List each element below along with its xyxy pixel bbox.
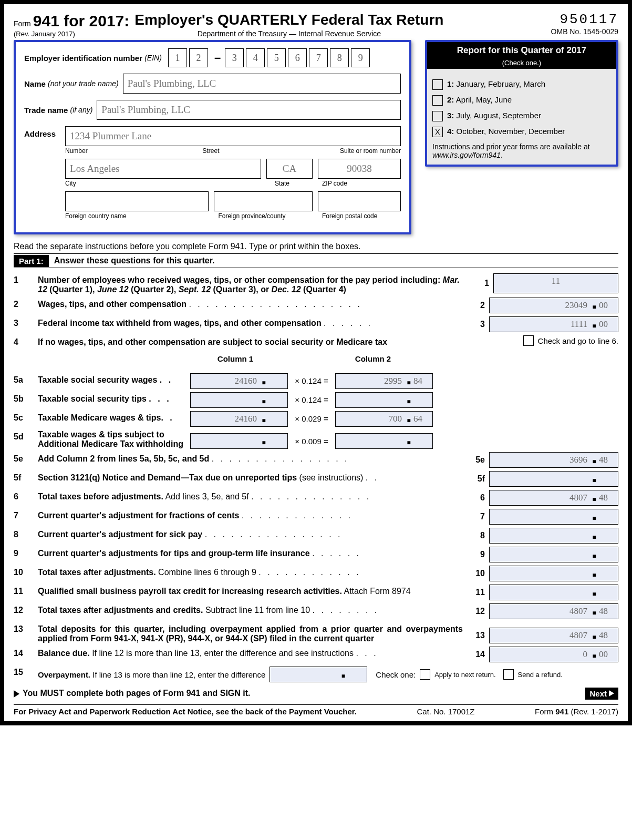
line-3: 3 Federal income tax withheld from wages… xyxy=(14,316,618,332)
quarter-option-3[interactable]: 3: July, August, September xyxy=(432,111,611,121)
quarter-option-2[interactable]: 2: April, May, June xyxy=(432,95,611,106)
line7-amount[interactable]: ■ xyxy=(489,509,618,525)
foreign-province-input[interactable] xyxy=(214,191,313,211)
employer-info-box: Employer identification number (EIN) 1 2… xyxy=(14,40,411,234)
line9-amount[interactable]: ■ xyxy=(489,547,618,562)
line5f-amount[interactable]: ■ xyxy=(489,471,618,487)
line-7: 7 Current quarter's adjustment for fract… xyxy=(14,509,618,525)
send-refund-checkbox[interactable] xyxy=(503,669,514,680)
line-14: 14 Balance due. If line 12 is more than … xyxy=(14,647,618,662)
line5a-col2[interactable]: 2995■84 xyxy=(335,373,433,389)
zip-label: ZIP code xyxy=(322,180,401,187)
trade-input[interactable]: Paul's Plumbing, LLC xyxy=(97,100,401,120)
line8-amount[interactable]: ■ xyxy=(489,528,618,544)
form-code: 950117 xyxy=(551,12,618,27)
ein-digit-2[interactable]: 2 xyxy=(189,48,208,67)
line5e-amount[interactable]: 3696■48 xyxy=(489,452,618,468)
trade-label: Trade name xyxy=(24,106,68,115)
name-input[interactable]: Paul's Plumbing, LLC xyxy=(123,74,401,94)
part1-title: Answer these questions for this quarter. xyxy=(54,256,215,265)
ein-digit-9[interactable]: 9 xyxy=(351,48,370,67)
ein-digit-3[interactable]: 3 xyxy=(225,48,244,67)
quarter-option-4[interactable]: X4: October, November, December xyxy=(432,127,611,137)
column2-header: Column 2 xyxy=(328,354,418,363)
line-12: 12 Total taxes after adjustments and cre… xyxy=(14,603,618,619)
ein-digit-4[interactable]: 4 xyxy=(246,48,265,67)
zip-input[interactable]: 90038 xyxy=(318,159,401,179)
ein-digit-5[interactable]: 5 xyxy=(267,48,286,67)
quarter-subtitle: (Check one.) xyxy=(427,59,616,69)
line5a-col1[interactable]: 24160■ xyxy=(190,373,288,389)
trade-sublabel: (if any) xyxy=(70,106,93,114)
line10-amount[interactable]: ■ xyxy=(489,566,618,581)
apply-next-checkbox[interactable] xyxy=(420,669,430,680)
arrow-right-icon xyxy=(609,690,614,696)
ein-digit-1[interactable]: 1 xyxy=(168,48,187,67)
line-1: 1 Number of employees who received wages… xyxy=(14,273,618,294)
state-label: State xyxy=(275,180,317,187)
footer-left: For Privacy Act and Paperwork Reduction … xyxy=(14,707,357,716)
form-header: Form 941 for 2017: (Rev. January 2017) E… xyxy=(14,12,618,38)
line11-amount[interactable]: ■ xyxy=(489,585,618,600)
line2-amount[interactable]: 23049■00 xyxy=(489,298,618,313)
footer-cat: Cat. No. 17001Z xyxy=(417,707,474,716)
line5d-col1[interactable]: ■ xyxy=(190,433,288,449)
line5c-col1[interactable]: 24160■ xyxy=(190,411,288,427)
line13-amount[interactable]: 4807■48 xyxy=(489,628,618,643)
street-num-label: Number xyxy=(65,147,197,155)
ein-digit-7[interactable]: 7 xyxy=(309,48,328,67)
line-2: 2 Wages, tips, and other compensation . … xyxy=(14,298,618,313)
quarter-box: Report for this Quarter of 2017 (Check o… xyxy=(425,40,618,167)
page-footer: For Privacy Act and Paperwork Reduction … xyxy=(14,704,618,716)
line5b-col1[interactable]: ■ xyxy=(190,392,288,408)
checkbox-icon[interactable] xyxy=(432,95,443,106)
line6-amount[interactable]: 4807■48 xyxy=(489,490,618,506)
ein-digit-6[interactable]: 6 xyxy=(288,48,307,67)
footer-right: Form 941 (Rev. 1-2017) xyxy=(535,707,618,716)
ein-abbr: (EIN) xyxy=(144,54,162,62)
line14-amount[interactable]: 0■00 xyxy=(489,647,618,662)
line5d-col2[interactable]: ■ xyxy=(335,433,433,449)
quarter-option-1[interactable]: 1: January, February, March xyxy=(432,79,611,90)
line-5b: 5b Taxable social security tips . . . ■ … xyxy=(14,392,618,408)
foreign-postal-input[interactable] xyxy=(318,191,401,211)
line15-amount[interactable]: ■ xyxy=(270,667,367,682)
line3-amount[interactable]: 1111■00 xyxy=(489,316,618,332)
foreign-country-input[interactable] xyxy=(65,191,209,211)
suite-label: Suite or room number xyxy=(340,147,401,155)
line-13: 13 Total deposits for this quarter, incl… xyxy=(14,622,618,643)
triangle-icon xyxy=(14,690,19,698)
quarter-note: Instructions and prior year forms are av… xyxy=(432,142,611,159)
fz-label: Foreign postal code xyxy=(322,212,401,220)
line-5d: 5d Taxable wages & tips subject toAdditi… xyxy=(14,430,618,449)
line-6: 6 Total taxes before adjustments. Add li… xyxy=(14,490,618,506)
checkbox-icon[interactable]: X xyxy=(432,127,443,137)
line5c-col2[interactable]: 700■64 xyxy=(335,411,433,427)
state-input[interactable]: CA xyxy=(266,159,313,179)
form-word: Form xyxy=(14,19,31,31)
line1-value[interactable]: 11 xyxy=(493,273,618,293)
city-input[interactable]: Los Angeles xyxy=(65,159,261,179)
next-button[interactable]: Next xyxy=(585,688,618,700)
line-11: 11 Qualified small business payroll tax … xyxy=(14,585,618,600)
name-sublabel: (not your trade name) xyxy=(48,79,119,88)
checkbox-icon[interactable] xyxy=(432,111,443,121)
fc-label: Foreign country name xyxy=(65,212,213,220)
checkbox-icon[interactable] xyxy=(432,79,443,90)
ein-digit-8[interactable]: 8 xyxy=(330,48,349,67)
line-15: 15 Overpayment. If line 13 is more than … xyxy=(14,665,618,682)
fp-label: Foreign province/county xyxy=(218,212,317,220)
form-title: Employer's QUARTERLY Federal Tax Return xyxy=(134,12,443,28)
line5b-col2[interactable]: ■ xyxy=(335,392,433,408)
revision: (Rev. January 2017) xyxy=(14,30,129,38)
line-4: 4 If no wages, tips, and other compensat… xyxy=(14,335,618,351)
column1-header: Column 1 xyxy=(190,354,281,363)
street-st-label: Street xyxy=(202,147,334,155)
form-dept: Department of the Treasury — Internal Re… xyxy=(134,29,443,38)
name-label: Name xyxy=(24,79,46,88)
line12-amount[interactable]: 4807■48 xyxy=(489,603,618,619)
street-input[interactable]: 1234 Plummer Lane xyxy=(65,126,401,146)
line-8: 8 Current quarter's adjustment for sick … xyxy=(14,528,618,544)
quarter-title: Report for this Quarter of 2017 xyxy=(427,42,616,59)
line4-checkbox[interactable] xyxy=(523,335,534,346)
